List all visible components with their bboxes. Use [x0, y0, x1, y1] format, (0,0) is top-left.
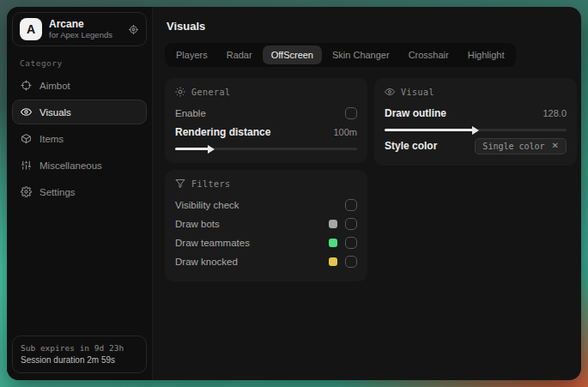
rendering-distance-value: 100m	[333, 127, 357, 137]
tab-highlight[interactable]: Highlight	[459, 45, 513, 64]
draw-outline-slider[interactable]	[385, 129, 567, 131]
target-icon[interactable]	[128, 24, 139, 35]
section-title-visual: Visual	[401, 88, 434, 97]
section-title-general: General	[191, 88, 231, 97]
rendering-distance-row: Rendering distance 100m	[175, 123, 357, 142]
draw-teammates-color-swatch[interactable]	[329, 239, 337, 247]
funnel-icon	[175, 178, 185, 189]
draw-outline-label: Draw outline	[385, 107, 446, 119]
gear-icon	[21, 186, 32, 197]
visibility-check-checkbox[interactable]	[345, 199, 357, 211]
eye-icon	[385, 87, 395, 97]
tab-players[interactable]: Players	[167, 45, 216, 64]
crosshair-icon	[21, 80, 32, 91]
style-color-row: Style color Single color ✕	[385, 136, 567, 155]
section-title-filters: Filters	[191, 179, 231, 189]
sidebar-item-settings[interactable]: Settings	[12, 179, 147, 204]
draw-bots-checkbox[interactable]	[345, 218, 357, 230]
style-color-chip-label: Single color	[482, 142, 544, 151]
draw-bots-row: Draw bots	[175, 215, 357, 233]
sidebar-nav: Aimbot Visuals Items	[12, 73, 147, 204]
tab-radar[interactable]: Radar	[218, 45, 261, 64]
general-card: General Enable Rendering distance 100m	[165, 78, 367, 163]
rendering-distance-label: Rendering distance	[175, 126, 270, 138]
enable-label: Enable	[175, 108, 206, 118]
sub-expires-text: Sub expires in 9d 23h	[21, 342, 138, 354]
brand-card: A Arcane for Apex Legends	[12, 12, 147, 46]
visibility-check-row: Visibility check	[175, 196, 357, 215]
category-label: Category	[20, 58, 147, 68]
close-icon[interactable]: ✕	[552, 142, 559, 150]
sidebar: A Arcane for Apex Legends Category	[7, 7, 153, 380]
tab-offscreen[interactable]: OffScreen	[263, 45, 322, 64]
draw-teammates-label: Draw teammates	[175, 238, 250, 248]
style-color-select[interactable]: Single color ✕	[475, 138, 567, 154]
slider-thumb[interactable]	[472, 126, 479, 135]
slider-thumb[interactable]	[208, 145, 215, 154]
sidebar-item-aimbot[interactable]: Aimbot	[12, 73, 147, 98]
draw-knocked-label: Draw knocked	[175, 257, 238, 267]
tab-bar: Players Radar OffScreen Skin Changer Cro…	[165, 43, 516, 67]
subscription-status: Sub expires in 9d 23h Session duration 2…	[12, 336, 147, 373]
sidebar-item-label: Items	[39, 134, 64, 144]
app-logo: A	[20, 18, 42, 40]
visual-card: Visual Draw outline 128.0 Style color	[374, 78, 577, 166]
draw-bots-label: Draw bots	[175, 219, 220, 229]
rendering-distance-slider[interactable]	[175, 148, 357, 150]
draw-bots-color-swatch[interactable]	[329, 220, 337, 228]
slider-fill	[175, 148, 211, 150]
app-subtitle: for Apex Legends	[49, 30, 121, 40]
enable-row: Enable	[175, 104, 357, 123]
draw-teammates-row: Draw teammates	[175, 233, 357, 252]
sidebar-item-label: Settings	[39, 187, 76, 197]
draw-outline-row: Draw outline 128.0	[385, 104, 567, 123]
page-title: Visuals	[167, 20, 577, 33]
sidebar-item-label: Miscellaneous	[39, 160, 102, 171]
draw-knocked-color-swatch[interactable]	[329, 257, 337, 266]
draw-knocked-checkbox[interactable]	[345, 256, 357, 268]
app-name: Arcane	[49, 18, 121, 30]
sidebar-item-visuals[interactable]: Visuals	[12, 100, 147, 124]
sidebar-item-label: Visuals	[39, 107, 71, 118]
main-content: Visuals Players Radar OffScreen Skin Cha…	[153, 7, 581, 380]
sidebar-item-label: Aimbot	[39, 81, 70, 91]
tab-skin-changer[interactable]: Skin Changer	[324, 45, 398, 64]
sliders-icon	[21, 160, 32, 171]
filters-card: Filters Visibility check Draw bots	[165, 170, 367, 281]
eye-icon	[21, 106, 32, 118]
draw-knocked-row: Draw knocked	[175, 252, 357, 271]
sidebar-item-items[interactable]: Items	[12, 126, 147, 151]
slider-fill	[385, 129, 476, 131]
app-window: A Arcane for Apex Legends Category	[7, 7, 581, 380]
tab-crosshair[interactable]: Crosshair	[400, 45, 458, 64]
visibility-check-label: Visibility check	[175, 200, 239, 210]
enable-checkbox[interactable]	[345, 107, 357, 119]
draw-outline-value: 128.0	[543, 108, 567, 118]
box-icon	[21, 133, 32, 144]
session-duration-text: Session duration 2m 59s	[21, 354, 138, 366]
sidebar-item-miscellaneous[interactable]: Miscellaneous	[12, 153, 147, 178]
style-color-label: Style color	[385, 140, 437, 152]
brand-text: Arcane for Apex Legends	[49, 18, 121, 40]
sun-icon	[175, 87, 185, 97]
draw-teammates-checkbox[interactable]	[345, 237, 357, 249]
